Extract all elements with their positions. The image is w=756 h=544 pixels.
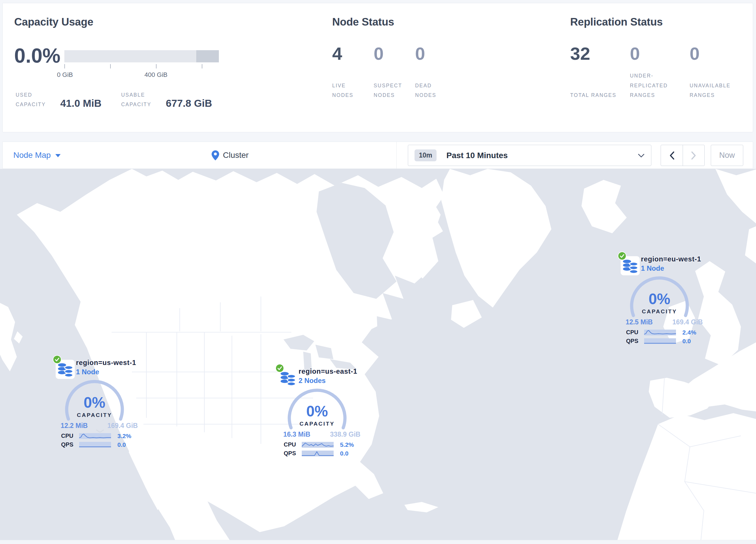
qps-sparkline [302,451,334,456]
dead-nodes-label: DEAD NODES [415,81,451,100]
caret-down-icon [55,154,61,157]
suspect-nodes-label: SUSPECT NODES [374,81,410,100]
time-window-badge: 10m [415,149,437,161]
capacity-gauge: 0% CAPACITY [61,378,128,422]
unavailable-ranges-stat: 0 UNAVAILABLE RANGES [690,44,749,100]
region-used-capacity: 16.3 MiB [283,431,310,438]
gauge-label: CAPACITY [77,412,112,418]
capacity-bar: 0 GiB 400 GiB [64,50,219,62]
next-time-button[interactable] [683,145,704,166]
breadcrumb-label: Cluster [223,150,249,160]
used-capacity-label: USED CAPACITY [16,90,54,110]
axis-tick [202,64,202,68]
qps-sparkline [644,338,676,344]
cpu-value: 2.4% [682,329,696,336]
time-pager [661,145,705,166]
time-range-label: Past 10 Minutes [446,151,508,160]
region-card-eu-west-1[interactable]: region=eu-west-1 1 Node 0% CAPACITY 12.5… [618,252,705,348]
region-total-capacity: 169.4 GiB [108,422,138,430]
usable-capacity-label: USABLE CAPACITY [121,90,159,110]
capacity-gauge: 0% CAPACITY [626,275,693,318]
cpu-metric-row: CPU 3.2% [53,433,140,439]
region-used-capacity: 12.2 MiB [61,422,88,430]
qps-value: 0.0 [340,450,348,457]
replication-status-group: 32 TOTAL RANGES 0 UNDER-REPLICATED RANGE… [570,44,749,100]
gauge-percent: 0% [648,291,670,307]
region-used-capacity: 12.5 MiB [626,318,653,326]
suspect-nodes-stat: 0 SUSPECT NODES [374,44,415,100]
live-nodes-stat: 4 LIVE NODES [332,44,374,100]
capacity-bar-track [64,50,219,62]
suspect-nodes-value: 0 [374,44,415,64]
region-node-count: 1 Node [641,264,664,273]
axis-tick-label: 0 GiB [57,71,73,79]
usable-capacity-value: 677.8 GiB [166,97,212,110]
expand-chevron-icon[interactable] [96,429,104,433]
capacity-values: 16.3 MiB 338.9 GiB [275,431,362,439]
map-footer-strip [0,540,756,544]
chevron-left-icon [669,151,675,160]
node-map: region=us-west-1 1 Node 0% CAPACITY 12.2… [0,169,756,540]
prev-time-button[interactable] [661,145,683,166]
database-icon[interactable] [58,363,73,377]
cpu-sparkline [644,330,676,336]
cpu-metric-row: CPU 5.2% [275,442,362,448]
unavailable-ranges-label: UNAVAILABLE RANGES [690,81,746,100]
gauge-percent: 0% [83,394,105,411]
qps-metric-row: QPS 0.0 [53,442,140,448]
axis-tick [110,64,111,68]
map-toolbar: Node Map Cluster 10m Past 10 Minutes Now [2,141,753,169]
node-status-title: Node Status [332,16,394,28]
live-nodes-label: LIVE NODES [332,81,368,100]
region-total-capacity: 169.4 GiB [673,318,703,326]
world-map [0,169,756,540]
region-name: region=us-east-1 [299,367,357,376]
total-ranges-stat: 32 TOTAL RANGES [570,44,630,100]
qps-metric-row: QPS 0.0 [275,451,362,456]
database-icon[interactable] [623,259,638,274]
view-mode-label: Node Map [13,150,51,160]
cpu-value: 5.2% [340,441,354,448]
total-ranges-label: TOTAL RANGES [570,90,627,100]
region-node-count: 1 Node [76,368,99,376]
toolbar-divider [396,142,397,168]
cpu-label: CPU [626,329,638,336]
capacity-usage-title: Capacity Usage [14,16,93,28]
capacity-values: 12.2 MiB 169.4 GiB [53,422,140,430]
view-mode-dropdown[interactable]: Node Map [13,142,61,168]
dead-nodes-value: 0 [415,44,457,64]
qps-label: QPS [626,338,638,345]
used-capacity-value: 41.0 MiB [60,97,101,110]
region-card-us-west-1[interactable]: region=us-west-1 1 Node 0% CAPACITY 12.2… [53,356,140,452]
usable-capacity-stat: USABLE CAPACITY 677.8 GiB [121,90,212,110]
capacity-gauge: 0% CAPACITY [283,387,351,431]
breadcrumb[interactable]: Cluster [212,142,249,168]
database-icon[interactable] [280,371,296,386]
cpu-sparkline [302,442,334,448]
qps-value: 0.0 [682,338,691,345]
axis-tick-label: 400 GiB [144,71,168,79]
gauge-label: CAPACITY [642,309,677,315]
chevron-down-icon [638,153,645,157]
under-replicated-ranges-stat: 0 UNDER-REPLICATED RANGES [630,44,690,100]
axis-tick [156,64,157,68]
cpu-value: 3.2% [117,433,131,440]
dead-nodes-stat: 0 DEAD NODES [415,44,457,100]
unavailable-ranges-value: 0 [690,44,749,64]
region-total-capacity: 338.9 GiB [330,431,361,438]
axis-tick [64,64,65,68]
capacity-values: 12.5 MiB 169.4 GiB [618,318,705,327]
qps-value: 0.0 [117,441,126,448]
region-card-us-east-1[interactable]: region=us-east-1 2 Nodes 0% CAPACITY 16.… [275,365,362,460]
now-button[interactable]: Now [711,145,743,166]
region-name: region=eu-west-1 [641,255,701,263]
qps-label: QPS [61,441,73,448]
capacity-bar-reserved-segment [196,50,219,62]
cpu-label: CPU [61,433,73,439]
gauge-percent: 0% [306,403,328,420]
region-name: region=us-west-1 [76,359,136,367]
used-capacity-stat: USED CAPACITY 41.0 MiB [16,90,101,110]
time-range-dropdown[interactable]: 10m Past 10 Minutes [408,145,651,166]
capacity-used-percent: 0.0% [14,46,61,66]
cpu-metric-row: CPU 2.4% [618,330,705,336]
